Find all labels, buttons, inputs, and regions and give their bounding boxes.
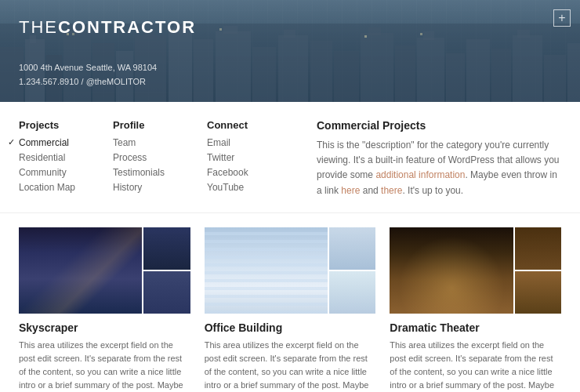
theater-thumb-2 [515, 271, 561, 314]
svg-rect-18 [284, 30, 295, 38]
profile-nav-list: Team Process Testimonials History [113, 137, 207, 193]
svg-rect-25 [423, 31, 434, 40]
skyscraper-thumb-1 [143, 227, 190, 270]
nav-item-youtube[interactable]: YouTube [207, 182, 301, 193]
skyscraper-images [19, 227, 190, 314]
additional-info-link[interactable]: additional information [375, 169, 465, 180]
svg-rect-17 [278, 35, 308, 102]
nav-item-location-map[interactable]: Location Map [19, 182, 113, 193]
svg-rect-23 [395, 45, 415, 102]
svg-rect-16 [252, 47, 276, 102]
skyscraper-thumbnails [143, 227, 190, 314]
svg-rect-32 [567, 43, 580, 102]
theater-images [390, 227, 561, 314]
nav-item-history[interactable]: History [113, 182, 207, 193]
svg-rect-24 [417, 38, 444, 102]
project-card-theater: Dramatic Theater This area utilizes the … [390, 227, 561, 392]
svg-rect-19 [310, 41, 332, 102]
svg-rect-13 [194, 39, 213, 102]
profile-heading: Profile [113, 119, 207, 131]
svg-rect-27 [466, 39, 490, 102]
theater-thumb-1 [515, 227, 561, 270]
connect-nav-col: Connect Email Twitter Facebook YouTube [207, 119, 301, 198]
nav-item-testimonials[interactable]: Testimonials [113, 167, 207, 178]
hero-plus-button[interactable]: + [553, 9, 571, 27]
here-link[interactable]: here [341, 185, 360, 196]
svg-rect-21 [361, 33, 393, 102]
project-card-office: Office Building This area utilizes the e… [205, 227, 376, 392]
skyscraper-excerpt: This area utilizes the excerpt field on … [19, 339, 190, 392]
skyscraper-thumb-2 [143, 271, 190, 314]
svg-rect-30 [517, 30, 530, 38]
project-card-skyscraper: Skyscraper This area utilizes the excerp… [19, 227, 190, 392]
theater-title[interactable]: Dramatic Theater [390, 321, 561, 334]
hero-section: THECONTRACTOR 1000 4th Avenue Seattle, W… [0, 0, 580, 102]
connect-nav-list: Email Twitter Facebook YouTube [207, 137, 301, 193]
theater-main-image [390, 227, 513, 314]
projects-nav-col: Projects Commercial Residential Communit… [19, 119, 113, 198]
hero-phone-social: 1.234.567.8910 / @theMOLITOR [19, 74, 157, 89]
commercial-category-title: Commercial Projects [317, 119, 561, 132]
there-link[interactable]: there [381, 185, 402, 196]
skyscraper-title[interactable]: Skyscraper [19, 321, 190, 334]
nav-item-team[interactable]: Team [113, 137, 207, 148]
office-excerpt: This area utilizes the excerpt field on … [205, 339, 376, 392]
office-thumb-1 [329, 227, 375, 270]
hero-address: 1000 4th Avenue Seattle, WA 98104 [19, 60, 157, 75]
svg-rect-22 [368, 27, 381, 35]
navigation-section: Projects Commercial Residential Communit… [0, 102, 580, 213]
svg-rect-20 [334, 51, 359, 102]
office-thumbnails [329, 227, 375, 314]
nav-item-email[interactable]: Email [207, 137, 301, 148]
svg-rect-11 [169, 27, 192, 102]
svg-rect-26 [446, 53, 465, 102]
svg-rect-14 [216, 31, 251, 102]
profile-nav-col: Profile Team Process Testimonials Histor… [113, 119, 207, 198]
theater-thumbnails [515, 227, 561, 314]
office-main-image [205, 227, 328, 314]
svg-rect-31 [544, 55, 566, 102]
connect-heading: Connect [207, 119, 301, 131]
svg-rect-36 [219, 28, 222, 31]
svg-rect-37 [364, 35, 367, 38]
office-images [205, 227, 376, 314]
svg-rect-29 [513, 35, 542, 102]
nav-item-twitter[interactable]: Twitter [207, 152, 301, 163]
nav-item-facebook[interactable]: Facebook [207, 167, 301, 178]
commercial-category-desc: This is the "description" for the catego… [317, 138, 561, 198]
skyscraper-main-image [19, 227, 142, 314]
nav-item-process[interactable]: Process [113, 152, 207, 163]
projects-grid: Skyscraper This area utilizes the excerp… [0, 213, 580, 392]
hero-contact-info: 1000 4th Avenue Seattle, WA 98104 1.234.… [19, 60, 157, 89]
commercial-description-col: Commercial Projects This is the "descrip… [301, 119, 561, 198]
office-title[interactable]: Office Building [205, 321, 376, 334]
nav-item-commercial[interactable]: Commercial [19, 137, 113, 148]
theater-excerpt: This area utilizes the excerpt field on … [390, 339, 561, 392]
site-title: THECONTRACTOR [19, 17, 196, 38]
office-thumb-2 [329, 271, 375, 314]
svg-rect-28 [491, 49, 511, 102]
svg-rect-38 [420, 33, 422, 35]
projects-nav-list: Commercial Residential Community Locatio… [19, 137, 113, 193]
nav-item-community[interactable]: Community [19, 167, 113, 178]
nav-item-residential[interactable]: Residential [19, 152, 113, 163]
svg-rect-15 [223, 26, 237, 34]
projects-heading: Projects [19, 119, 113, 131]
